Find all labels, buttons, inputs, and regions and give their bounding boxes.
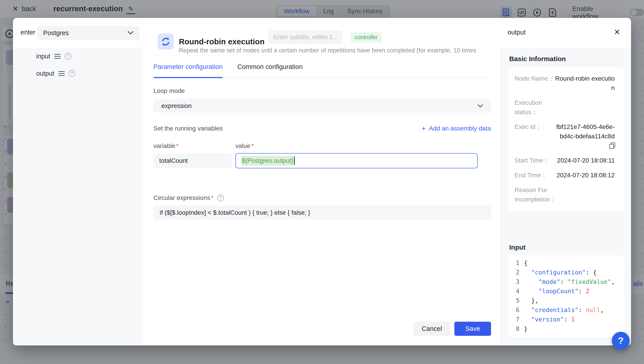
sidebar-item-label: input xyxy=(36,53,50,60)
loop-mode-select[interactable]: expression xyxy=(154,99,491,113)
info-row-execution-status: Execution status： xyxy=(514,98,615,117)
required-mark: * xyxy=(211,194,214,202)
circular-expression-input[interactable] xyxy=(154,206,491,220)
plus-icon: + xyxy=(422,125,426,132)
tab-common-configuration[interactable]: Common configuration xyxy=(238,60,303,78)
config-tabs: Parameter configuration Common configura… xyxy=(154,60,491,78)
help-icon[interactable]: ? xyxy=(69,70,75,77)
drag-handle-icon[interactable] xyxy=(54,54,60,59)
enter-label: enter xyxy=(20,29,35,36)
dialog-main: Round-robin execution - controller Repea… xyxy=(143,18,500,345)
close-icon[interactable]: ✕ xyxy=(614,28,620,36)
sidebar-item-input[interactable]: input ? xyxy=(13,49,142,63)
tab-parameter-configuration[interactable]: Parameter configuration xyxy=(154,60,223,78)
help-icon[interactable]: ? xyxy=(217,195,224,201)
node-type-icon xyxy=(158,34,174,50)
enter-node-value: Postgres xyxy=(43,29,69,37)
variable-column-label: variable* xyxy=(154,142,179,149)
variable-name-input[interactable] xyxy=(154,153,232,168)
loop-mode-value: expression xyxy=(162,102,192,109)
node-config-dialog: enter Postgres input ? output ? xyxy=(13,18,631,345)
copy-icon[interactable] xyxy=(609,143,615,148)
panel-title: output xyxy=(508,29,526,36)
subtitle-input[interactable] xyxy=(268,31,342,44)
enter-node-select[interactable]: Postgres xyxy=(37,26,140,40)
dialog-sidebar: enter Postgres input ? output ? xyxy=(13,18,143,345)
save-button[interactable]: Save xyxy=(454,322,491,336)
node-description: Repeat the same set of nodes until a cer… xyxy=(179,47,500,54)
help-button[interactable]: ? xyxy=(612,332,630,350)
node-type-badge: controller xyxy=(350,32,382,42)
output-panel: output ✕ Basic Information Node Name： Ro… xyxy=(500,18,631,345)
cancel-button[interactable]: Cancel xyxy=(414,322,450,336)
app-root: ✕ back recurrent-execution ✎ Workflow Lo… xyxy=(0,0,644,364)
chevron-down-icon xyxy=(478,104,483,108)
help-icon[interactable]: ? xyxy=(64,53,71,60)
input-json-viewer: 1{2 "configuration": {3 "mode": "fixedVa… xyxy=(508,255,624,337)
add-assembly-data-button[interactable]: + Add an assembly data xyxy=(422,125,491,132)
basic-information-title: Basic Information xyxy=(509,55,566,63)
text-cursor xyxy=(294,156,295,165)
info-row-start-time: Start Time： 2024-07-20 18:08:11 xyxy=(514,156,615,165)
info-row-node-name: Node Name： Round-robin execution xyxy=(514,74,615,93)
circular-expressions-label: Circular expressions* ? xyxy=(154,194,224,202)
required-mark: * xyxy=(251,142,254,149)
info-row-end-time: End Time： 2024-07-20 18:08:12 xyxy=(514,170,615,180)
dialog-footer: Cancel Save xyxy=(414,322,491,336)
sidebar-item-output[interactable]: output ? xyxy=(13,67,142,80)
expression-token: ${Postgres.output} xyxy=(241,156,294,166)
value-column-label: value* xyxy=(236,142,254,149)
loop-mode-label: Loop mode xyxy=(154,87,185,94)
chevron-down-icon xyxy=(128,31,134,35)
node-title: Round-robin execution xyxy=(179,37,264,46)
variables-section-label: Set the running variables xyxy=(154,125,223,132)
info-row-exec-id: Exec Id： fbf121e7-4605-4e6e- bd4c-bdefaa… xyxy=(514,122,615,150)
input-section-title: Input xyxy=(509,244,526,251)
basic-information-card: Node Name： Round-robin execution Executi… xyxy=(508,67,624,211)
sidebar-item-label: output xyxy=(36,70,54,77)
drag-handle-icon[interactable] xyxy=(58,71,64,76)
required-mark: * xyxy=(176,142,179,149)
info-row-incompletion-reason: Reason For Incompletion： xyxy=(514,185,615,204)
input-code-lines: 1{2 "configuration": {3 "mode": "fixedVa… xyxy=(512,258,620,333)
variable-value-input[interactable]: ${Postgres.output} xyxy=(236,153,478,168)
